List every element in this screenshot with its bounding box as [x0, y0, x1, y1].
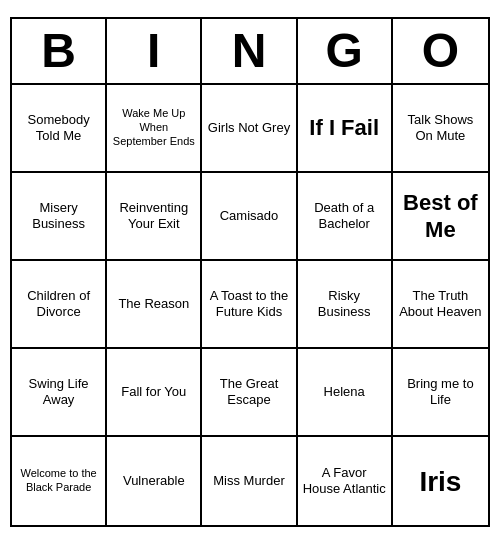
bingo-cell-9: Best of Me: [393, 173, 488, 261]
bingo-cell-18: Helena: [298, 349, 393, 437]
bingo-cell-3: If I Fail: [298, 85, 393, 173]
bingo-cell-11: The Reason: [107, 261, 202, 349]
bingo-cell-1: Wake Me Up When September Ends: [107, 85, 202, 173]
bingo-cell-13: Risky Business: [298, 261, 393, 349]
bingo-cell-22: Miss Murder: [202, 437, 297, 525]
bingo-letter-n: N: [202, 19, 297, 83]
bingo-grid: Somebody Told MeWake Me Up When Septembe…: [12, 85, 488, 525]
bingo-cell-14: The Truth About Heaven: [393, 261, 488, 349]
bingo-card: BINGO Somebody Told MeWake Me Up When Se…: [10, 17, 490, 527]
bingo-letter-i: I: [107, 19, 202, 83]
bingo-cell-24: Iris: [393, 437, 488, 525]
bingo-cell-23: A Favor House Atlantic: [298, 437, 393, 525]
bingo-letter-o: O: [393, 19, 488, 83]
bingo-cell-4: Talk Shows On Mute: [393, 85, 488, 173]
bingo-cell-17: The Great Escape: [202, 349, 297, 437]
bingo-cell-20: Welcome to the Black Parade: [12, 437, 107, 525]
bingo-cell-19: Bring me to Life: [393, 349, 488, 437]
bingo-cell-7: Camisado: [202, 173, 297, 261]
bingo-cell-6: Reinventing Your Exit: [107, 173, 202, 261]
bingo-header: BINGO: [12, 19, 488, 85]
bingo-letter-g: G: [298, 19, 393, 83]
bingo-cell-12: A Toast to the Future Kids: [202, 261, 297, 349]
bingo-cell-5: Misery Business: [12, 173, 107, 261]
bingo-cell-16: Fall for You: [107, 349, 202, 437]
bingo-cell-2: Girls Not Grey: [202, 85, 297, 173]
bingo-letter-b: B: [12, 19, 107, 83]
bingo-cell-15: Swing Life Away: [12, 349, 107, 437]
bingo-cell-10: Children of Divorce: [12, 261, 107, 349]
bingo-cell-21: Vulnerable: [107, 437, 202, 525]
bingo-cell-0: Somebody Told Me: [12, 85, 107, 173]
bingo-cell-8: Death of a Bachelor: [298, 173, 393, 261]
